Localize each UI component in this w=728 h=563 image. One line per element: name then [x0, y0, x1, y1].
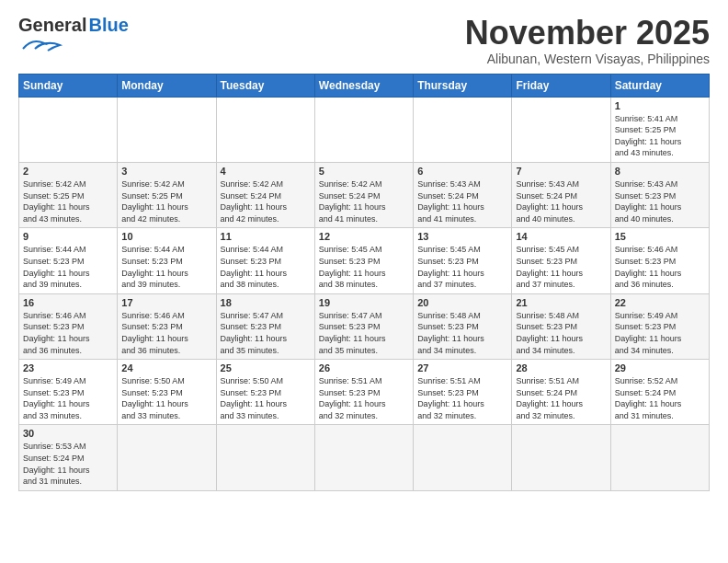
calendar-cell: 8Sunrise: 5:43 AM Sunset: 5:23 PM Daylig…	[610, 162, 709, 227]
calendar-cell: 24Sunrise: 5:50 AM Sunset: 5:23 PM Dayli…	[118, 360, 216, 425]
calendar-cell: 25Sunrise: 5:50 AM Sunset: 5:23 PM Dayli…	[216, 360, 314, 425]
calendar-cell: 17Sunrise: 5:46 AM Sunset: 5:23 PM Dayli…	[118, 293, 216, 359]
calendar-table: SundayMondayTuesdayWednesdayThursdayFrid…	[18, 74, 710, 491]
day-info: Sunrise: 5:43 AM Sunset: 5:24 PM Dayligh…	[417, 178, 507, 224]
calendar-cell	[118, 425, 216, 490]
day-number: 26	[319, 362, 409, 373]
day-info: Sunrise: 5:47 AM Sunset: 5:23 PM Dayligh…	[319, 310, 409, 356]
day-number: 10	[121, 231, 211, 242]
day-number: 16	[23, 297, 113, 308]
day-info: Sunrise: 5:44 AM Sunset: 5:23 PM Dayligh…	[23, 244, 113, 290]
day-number: 4	[221, 166, 311, 177]
day-info: Sunrise: 5:50 AM Sunset: 5:23 PM Dayligh…	[121, 375, 211, 421]
calendar-week-row: 16Sunrise: 5:46 AM Sunset: 5:23 PM Dayli…	[19, 293, 710, 359]
calendar-cell: 10Sunrise: 5:44 AM Sunset: 5:23 PM Dayli…	[118, 228, 216, 293]
day-info: Sunrise: 5:51 AM Sunset: 5:23 PM Dayligh…	[319, 375, 409, 421]
day-info: Sunrise: 5:51 AM Sunset: 5:24 PM Dayligh…	[516, 375, 606, 421]
day-number: 7	[516, 166, 606, 177]
day-number: 22	[615, 297, 705, 308]
calendar-cell: 11Sunrise: 5:44 AM Sunset: 5:23 PM Dayli…	[216, 228, 314, 293]
day-number: 30	[23, 428, 113, 439]
calendar-cell: 5Sunrise: 5:42 AM Sunset: 5:24 PM Daylig…	[314, 162, 413, 227]
day-number: 25	[221, 362, 311, 373]
calendar-cell: 1Sunrise: 5:41 AM Sunset: 5:25 PM Daylig…	[610, 97, 709, 162]
day-number: 20	[417, 297, 507, 308]
month-title: November 2025	[465, 15, 710, 52]
calendar-cell: 20Sunrise: 5:48 AM Sunset: 5:23 PM Dayli…	[414, 293, 512, 359]
calendar-cell	[512, 97, 610, 162]
day-number: 6	[417, 166, 507, 177]
day-info: Sunrise: 5:43 AM Sunset: 5:23 PM Dayligh…	[615, 178, 705, 224]
calendar-cell: 27Sunrise: 5:51 AM Sunset: 5:23 PM Dayli…	[414, 360, 512, 425]
day-number: 15	[615, 231, 705, 242]
day-number: 3	[121, 166, 211, 177]
day-info: Sunrise: 5:49 AM Sunset: 5:23 PM Dayligh…	[23, 375, 113, 421]
calendar-cell: 18Sunrise: 5:47 AM Sunset: 5:23 PM Dayli…	[216, 293, 314, 359]
calendar-cell: 7Sunrise: 5:43 AM Sunset: 5:24 PM Daylig…	[512, 162, 610, 227]
day-number: 9	[23, 231, 113, 242]
calendar-cell: 15Sunrise: 5:46 AM Sunset: 5:23 PM Dayli…	[610, 228, 709, 293]
day-info: Sunrise: 5:46 AM Sunset: 5:23 PM Dayligh…	[23, 310, 113, 356]
day-number: 12	[319, 231, 409, 242]
day-info: Sunrise: 5:48 AM Sunset: 5:23 PM Dayligh…	[417, 310, 507, 356]
calendar-cell: 6Sunrise: 5:43 AM Sunset: 5:24 PM Daylig…	[414, 162, 512, 227]
title-block: November 2025 Alibunan, Western Visayas,…	[465, 15, 710, 66]
calendar-cell: 16Sunrise: 5:46 AM Sunset: 5:23 PM Dayli…	[19, 293, 118, 359]
calendar-cell: 14Sunrise: 5:45 AM Sunset: 5:23 PM Dayli…	[512, 228, 610, 293]
day-number: 1	[615, 100, 705, 111]
day-info: Sunrise: 5:45 AM Sunset: 5:23 PM Dayligh…	[319, 244, 409, 290]
calendar-cell	[19, 97, 118, 162]
calendar-cell: 29Sunrise: 5:52 AM Sunset: 5:24 PM Dayli…	[610, 360, 709, 425]
day-header-wednesday: Wednesday	[314, 74, 413, 97]
calendar-cell: 22Sunrise: 5:49 AM Sunset: 5:23 PM Dayli…	[610, 293, 709, 359]
day-info: Sunrise: 5:42 AM Sunset: 5:25 PM Dayligh…	[23, 178, 113, 224]
days-header-row: SundayMondayTuesdayWednesdayThursdayFrid…	[19, 74, 710, 97]
calendar-cell: 2Sunrise: 5:42 AM Sunset: 5:25 PM Daylig…	[19, 162, 118, 227]
day-number: 28	[516, 362, 606, 373]
day-number: 21	[516, 297, 606, 308]
calendar-cell: 26Sunrise: 5:51 AM Sunset: 5:23 PM Dayli…	[314, 360, 413, 425]
day-info: Sunrise: 5:53 AM Sunset: 5:24 PM Dayligh…	[23, 441, 113, 487]
day-number: 5	[319, 166, 409, 177]
day-info: Sunrise: 5:46 AM Sunset: 5:23 PM Dayligh…	[121, 310, 211, 356]
calendar-cell	[414, 425, 512, 490]
calendar-cell: 21Sunrise: 5:48 AM Sunset: 5:23 PM Dayli…	[512, 293, 610, 359]
day-number: 8	[615, 166, 705, 177]
calendar-cell: 12Sunrise: 5:45 AM Sunset: 5:23 PM Dayli…	[314, 228, 413, 293]
day-number: 29	[615, 362, 705, 373]
logo-bird-icon	[18, 36, 64, 56]
calendar-week-row: 9Sunrise: 5:44 AM Sunset: 5:23 PM Daylig…	[19, 228, 710, 293]
day-header-tuesday: Tuesday	[216, 74, 314, 97]
calendar-cell	[314, 97, 413, 162]
day-info: Sunrise: 5:48 AM Sunset: 5:23 PM Dayligh…	[516, 310, 606, 356]
logo-blue: Blue	[88, 15, 128, 36]
calendar-week-row: 23Sunrise: 5:49 AM Sunset: 5:23 PM Dayli…	[19, 360, 710, 425]
day-info: Sunrise: 5:50 AM Sunset: 5:23 PM Dayligh…	[221, 375, 311, 421]
day-info: Sunrise: 5:45 AM Sunset: 5:23 PM Dayligh…	[417, 244, 507, 290]
day-info: Sunrise: 5:44 AM Sunset: 5:23 PM Dayligh…	[221, 244, 311, 290]
day-number: 23	[23, 362, 113, 373]
calendar-cell: 9Sunrise: 5:44 AM Sunset: 5:23 PM Daylig…	[19, 228, 118, 293]
day-number: 13	[417, 231, 507, 242]
day-number: 17	[121, 297, 211, 308]
header: General Blue November 2025 Alibunan, Wes…	[18, 15, 710, 66]
day-info: Sunrise: 5:51 AM Sunset: 5:23 PM Dayligh…	[417, 375, 507, 421]
calendar-week-row: 1Sunrise: 5:41 AM Sunset: 5:25 PM Daylig…	[19, 97, 710, 162]
day-number: 14	[516, 231, 606, 242]
calendar-cell: 23Sunrise: 5:49 AM Sunset: 5:23 PM Dayli…	[19, 360, 118, 425]
calendar-cell	[216, 425, 314, 490]
calendar-cell: 19Sunrise: 5:47 AM Sunset: 5:23 PM Dayli…	[314, 293, 413, 359]
day-number: 19	[319, 297, 409, 308]
day-info: Sunrise: 5:44 AM Sunset: 5:23 PM Dayligh…	[121, 244, 211, 290]
calendar-cell	[216, 97, 314, 162]
day-header-sunday: Sunday	[19, 74, 118, 97]
day-number: 18	[221, 297, 311, 308]
day-header-friday: Friday	[512, 74, 610, 97]
day-header-saturday: Saturday	[610, 74, 709, 97]
day-number: 24	[121, 362, 211, 373]
calendar-cell	[512, 425, 610, 490]
day-info: Sunrise: 5:42 AM Sunset: 5:24 PM Dayligh…	[221, 178, 311, 224]
day-info: Sunrise: 5:43 AM Sunset: 5:24 PM Dayligh…	[516, 178, 606, 224]
calendar-cell	[414, 97, 512, 162]
day-number: 27	[417, 362, 507, 373]
